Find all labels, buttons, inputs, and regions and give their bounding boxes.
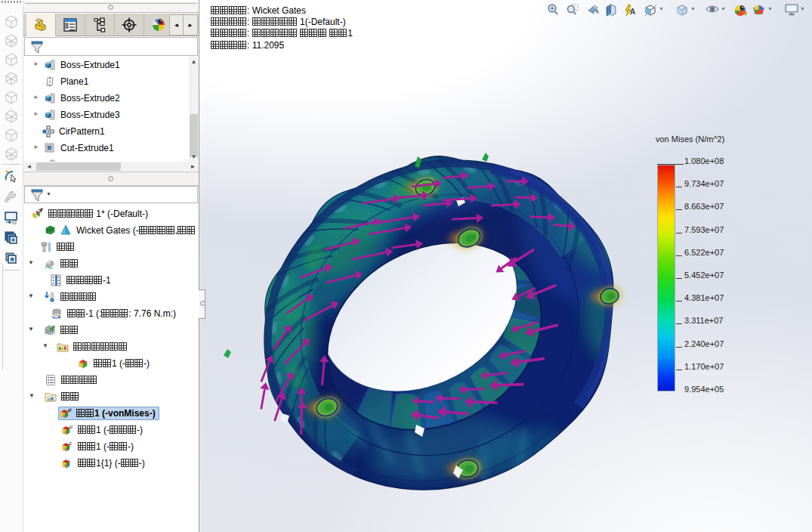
svg-text:u: u <box>69 424 73 429</box>
svg-text:ε: ε <box>69 441 73 446</box>
svg-text:σ: σ <box>68 407 72 413</box>
svg-text:A: A <box>630 8 635 16</box>
